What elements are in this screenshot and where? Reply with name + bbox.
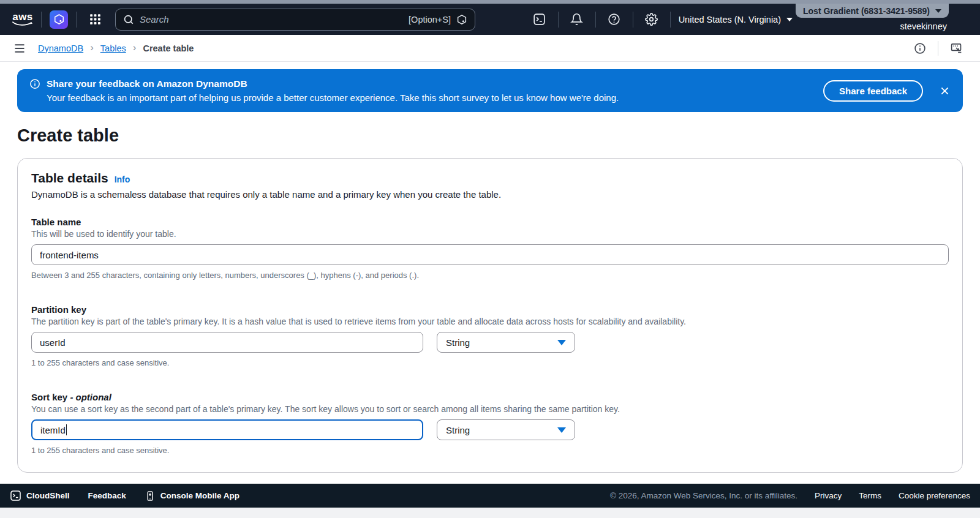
aws-logo-text: aws	[12, 12, 33, 21]
caret-down-icon	[557, 340, 566, 345]
sort-key-type-value: String	[446, 425, 470, 435]
privacy-link[interactable]: Privacy	[815, 491, 842, 500]
copyright-text: © 2026, Amazon Web Services, Inc. or its…	[610, 491, 797, 500]
table-name-description: This will be used to identify your table…	[31, 229, 949, 239]
table-name-constraint: Between 3 and 255 characters, containing…	[31, 271, 949, 280]
text-cursor	[66, 424, 67, 435]
settings-gear-icon[interactable]	[641, 9, 662, 30]
partition-key-constraint: 1 to 255 characters and case sensitive.	[31, 358, 949, 367]
q-badge-icon	[456, 14, 467, 25]
sort-key-constraint: 1 to 255 characters and case sensitive.	[31, 446, 949, 455]
help-icon[interactable]	[604, 9, 625, 30]
region-label: United States (N. Virginia)	[679, 15, 781, 24]
sort-key-label: Sort key	[31, 392, 67, 402]
chevron-down-icon	[935, 9, 941, 13]
table-details-description: DynamoDB is a schemaless database that r…	[31, 189, 949, 200]
banner-text: Share your feedback on Amazon DynamoDB Y…	[29, 78, 823, 103]
console-header: aws [Option+S]	[0, 4, 980, 35]
account-label: Lost Gradient (6831-3421-9589)	[803, 6, 930, 16]
amazon-q-icon[interactable]	[50, 10, 68, 29]
sort-key-value: itemId	[40, 425, 66, 435]
breadcrumb-link-dynamodb[interactable]: DynamoDB	[38, 43, 83, 53]
table-name-input[interactable]	[31, 244, 949, 265]
breadcrumb-separator: ›	[133, 42, 137, 53]
app-grid-icon[interactable]	[85, 9, 105, 30]
account-menu-tab[interactable]: Lost Gradient (6831-3421-9589)	[796, 4, 949, 18]
cookie-preferences-link[interactable]: Cookie preferences	[899, 491, 970, 500]
banner-message: Your feedback is an important part of he…	[47, 92, 823, 103]
partition-key-input[interactable]	[31, 332, 423, 353]
notifications-bell-icon[interactable]	[567, 9, 587, 30]
caret-down-icon	[557, 427, 566, 433]
header-divider	[76, 12, 77, 28]
table-details-heading: Table details	[31, 171, 108, 186]
region-selector[interactable]: United States (N. Virginia)	[679, 15, 793, 24]
breadcrumb: DynamoDB › Tables › Create table	[38, 43, 194, 53]
header-divider	[41, 12, 42, 28]
aws-logo[interactable]: aws	[12, 12, 33, 26]
cloudshell-label: CloudShell	[26, 491, 70, 500]
mobile-app-icon	[145, 490, 156, 501]
aws-smile-icon	[12, 21, 33, 26]
cloudshell-icon[interactable]	[529, 9, 550, 30]
info-icon	[29, 78, 40, 89]
search-input[interactable]	[140, 14, 403, 24]
table-name-label: Table name	[31, 217, 949, 227]
cloudshell-footer-button[interactable]: CloudShell	[10, 490, 70, 501]
table-details-card: Table details Info DynamoDB is a schemal…	[17, 158, 963, 473]
hamburger-menu-icon[interactable]	[13, 42, 26, 54]
header-actions: United States (N. Virginia)	[529, 9, 793, 30]
feedback-label: Feedback	[88, 491, 126, 500]
aws-console: aws [Option+S]	[0, 0, 980, 518]
sort-key-description: You can use a sort key as the second par…	[31, 404, 949, 414]
header-divider	[670, 12, 671, 28]
partition-key-label: Partition key	[31, 304, 949, 315]
share-feedback-button[interactable]: Share feedback	[823, 80, 923, 102]
split-panel-icon[interactable]	[946, 38, 967, 59]
partition-key-field: Partition key The partition key is part …	[31, 304, 949, 367]
main-content: Share your feedback on Amazon DynamoDB Y…	[0, 69, 980, 518]
cloudshell-icon	[10, 490, 21, 501]
console-mobile-app-button[interactable]: Console Mobile App	[145, 490, 239, 501]
info-icon[interactable]	[910, 38, 930, 59]
header-divider	[595, 12, 596, 28]
breadcrumb-link-tables[interactable]: Tables	[100, 43, 126, 53]
partition-key-type-select[interactable]: String	[437, 332, 575, 353]
mobile-app-label: Console Mobile App	[160, 491, 239, 500]
page-title: Create table	[17, 126, 963, 146]
console-footer: CloudShell Feedback Console Mobile App ©…	[0, 484, 980, 508]
search-bar[interactable]: [Option+S]	[115, 9, 475, 31]
breadcrumb-bar: DynamoDB › Tables › Create table	[0, 35, 980, 62]
close-icon[interactable]	[939, 85, 951, 97]
header-divider	[633, 12, 633, 28]
sort-key-field: Sort key - optional You can use a sort k…	[31, 392, 949, 455]
info-link[interactable]: Info	[115, 175, 130, 184]
table-name-field: Table name This will be used to identify…	[31, 217, 949, 280]
browser-bottom-strip	[0, 508, 980, 518]
partition-key-description: The partition key is part of the table's…	[31, 317, 949, 326]
sort-key-type-select[interactable]: String	[437, 419, 575, 440]
username: stevekinney	[900, 21, 947, 31]
partition-key-type-value: String	[446, 337, 470, 348]
breadcrumb-current: Create table	[143, 43, 194, 53]
feedback-banner: Share your feedback on Amazon DynamoDB Y…	[17, 69, 963, 112]
search-shortcut-hint: [Option+S]	[409, 15, 451, 24]
banner-title: Share your feedback on Amazon DynamoDB	[47, 78, 247, 89]
sort-key-optional-label: - optional	[70, 392, 111, 402]
feedback-footer-button[interactable]: Feedback	[88, 491, 126, 500]
terms-link[interactable]: Terms	[859, 491, 881, 500]
search-icon	[123, 14, 134, 25]
sort-key-input[interactable]: itemId	[31, 419, 423, 440]
header-divider	[558, 12, 559, 28]
breadcrumb-actions	[910, 38, 967, 59]
breadcrumb-separator: ›	[90, 42, 94, 53]
chevron-down-icon	[786, 18, 793, 21]
breadcrumb-divider	[938, 41, 938, 56]
